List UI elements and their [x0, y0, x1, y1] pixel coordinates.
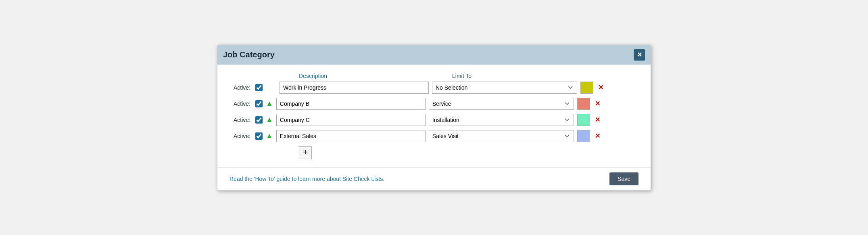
limit-select-3[interactable]: No Selection Service Installation Sales …	[429, 114, 574, 126]
delete-button-3[interactable]: ✕	[593, 116, 602, 124]
table-row: Active: ▲ No Selection Service Installat…	[230, 98, 638, 110]
job-category-dialog: Job Category ✕ Description Limit To Acti…	[217, 45, 651, 191]
description-column-header: Description	[299, 73, 448, 79]
dialog-title: Job Category	[223, 50, 275, 59]
limit-select-4[interactable]: No Selection Service Installation Sales …	[429, 130, 574, 142]
add-row-button[interactable]: +	[299, 146, 312, 159]
save-button[interactable]: Save	[609, 172, 638, 185]
up-arrow-icon-2[interactable]: ▲	[266, 99, 273, 108]
table-row: Active: No Selection Service Installatio…	[230, 82, 638, 94]
table-row: Active: ▲ No Selection Service Installat…	[230, 130, 638, 142]
description-input-2[interactable]	[276, 98, 426, 110]
column-headers: Description Limit To	[299, 73, 638, 79]
description-input-4[interactable]	[276, 130, 426, 142]
dialog-footer: Read the 'How To' guide to learn more ab…	[217, 167, 651, 190]
limit-select-1[interactable]: No Selection Service Installation Sales …	[432, 82, 577, 94]
color-swatch-1[interactable]	[580, 82, 593, 94]
active-label-1: Active:	[230, 84, 250, 91]
up-arrow-icon-4[interactable]: ▲	[266, 132, 273, 140]
howto-link[interactable]: Read the 'How To' guide to learn more ab…	[230, 176, 384, 182]
active-checkbox-3[interactable]	[255, 116, 263, 124]
delete-button-1[interactable]: ✕	[597, 84, 605, 91]
color-swatch-2[interactable]	[577, 98, 590, 110]
active-checkbox-1[interactable]	[255, 84, 263, 91]
delete-button-2[interactable]: ✕	[593, 100, 602, 107]
description-input-3[interactable]	[276, 114, 426, 126]
description-input-1[interactable]	[280, 82, 429, 94]
dialog-header: Job Category ✕	[217, 45, 651, 65]
table-row: Active: ▲ No Selection Service Installat…	[230, 114, 638, 126]
active-label-3: Active:	[230, 117, 250, 123]
color-swatch-4[interactable]	[577, 130, 590, 142]
dialog-body: Description Limit To Active: No Selectio…	[217, 65, 651, 163]
delete-button-4[interactable]: ✕	[593, 132, 602, 140]
close-button[interactable]: ✕	[634, 49, 645, 61]
active-checkbox-4[interactable]	[255, 132, 263, 140]
limit-to-column-header: Limit To	[452, 73, 472, 79]
limit-select-2[interactable]: No Selection Service Installation Sales …	[429, 98, 574, 110]
color-swatch-3[interactable]	[577, 114, 590, 126]
active-label-2: Active:	[230, 101, 250, 107]
active-label-4: Active:	[230, 133, 250, 139]
active-checkbox-2[interactable]	[255, 100, 263, 107]
up-arrow-icon-3[interactable]: ▲	[266, 115, 273, 124]
